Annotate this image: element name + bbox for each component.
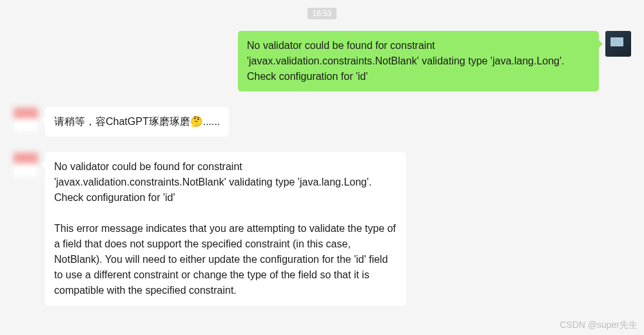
- message-text-part2: This error message indicates that you ar…: [54, 223, 396, 296]
- avatar-self[interactable]: [605, 31, 631, 57]
- received-message-bubble[interactable]: 请稍等，容ChatGPT琢磨琢磨🤔......: [45, 107, 229, 137]
- timestamp-badge: 16:53: [307, 8, 336, 19]
- received-message-bubble[interactable]: No validator could be found for constrai…: [45, 152, 406, 305]
- timestamp-row: 16:53: [13, 8, 631, 19]
- message-text: No validator could be found for constrai…: [247, 40, 565, 82]
- message-text-part1: No validator could be found for constrai…: [54, 161, 372, 203]
- message-text: 请稍等，容ChatGPT琢磨琢磨🤔......: [54, 116, 220, 127]
- avatar-other[interactable]: [13, 152, 39, 178]
- sent-message-bubble[interactable]: No validator could be found for constrai…: [238, 31, 599, 91]
- chat-panel: 16:53 No validator could be found for co…: [0, 0, 644, 335]
- message-row-received: 请稍等，容ChatGPT琢磨琢磨🤔......: [13, 107, 631, 137]
- message-row-sent: No validator could be found for constrai…: [13, 31, 631, 91]
- avatar-other[interactable]: [13, 107, 39, 133]
- message-row-received: No validator could be found for constrai…: [13, 152, 631, 305]
